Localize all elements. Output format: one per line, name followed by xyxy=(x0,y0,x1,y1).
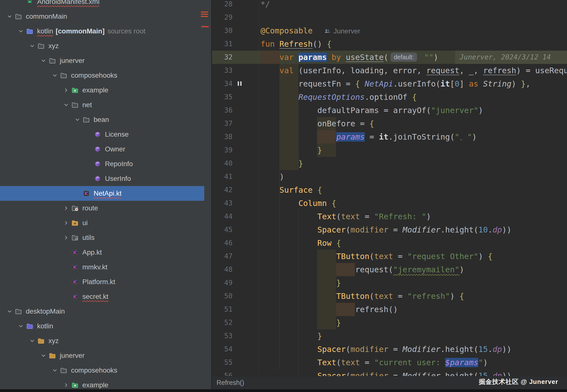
code-line-32[interactable]: 32 var params by useState(default: "")Ju… xyxy=(212,51,567,64)
breadcrumb-item[interactable]: Refresh() xyxy=(217,379,244,387)
line-number[interactable]: 46 xyxy=(212,236,233,250)
line-number[interactable]: 36 xyxy=(212,104,233,117)
line-number[interactable]: 44 xyxy=(212,210,233,223)
code-line-35[interactable]: 35 RequestOptions.optionOf { xyxy=(212,90,567,104)
tree-item-owner[interactable]: Owner xyxy=(0,142,204,157)
tree-item-app-kt[interactable]: App.kt xyxy=(0,245,204,260)
code-line-30[interactable]: 30@ComposableJunerver xyxy=(212,24,567,37)
line-number[interactable]: 47 xyxy=(212,250,233,263)
line-number[interactable]: 50 xyxy=(212,290,233,303)
tree-item-xyz[interactable]: xyz xyxy=(0,334,204,348)
tree-item-desktopmain[interactable]: desktopMain xyxy=(0,304,204,319)
chevron-right-icon[interactable] xyxy=(62,86,71,95)
chevron-down-icon[interactable] xyxy=(28,42,37,50)
line-number[interactable]: 30 xyxy=(212,24,233,37)
tree-item-ui[interactable]: ui xyxy=(0,216,204,230)
line-number[interactable]: 41 xyxy=(212,170,233,183)
tree-item-kotlin[interactable]: kotlin xyxy=(0,319,204,334)
line-number[interactable]: 35 xyxy=(212,90,233,104)
code-line-38[interactable]: 38 params = it.joinToString("、") xyxy=(212,130,567,144)
code-line-36[interactable]: 36 defaultParams = arrayOf("junerver") xyxy=(212,104,567,117)
code-line-54[interactable]: 54 Spacer(modifier = Modifier.height(15.… xyxy=(212,343,567,356)
line-number[interactable]: 37 xyxy=(212,117,233,130)
code-line-51[interactable]: 51 refresh() xyxy=(212,303,567,316)
tree-item-junerver[interactable]: junerver xyxy=(0,348,204,363)
line-number[interactable]: 45 xyxy=(212,223,233,236)
tree-item-composehooks[interactable]: composehooks xyxy=(0,68,204,83)
line-number[interactable]: 29 xyxy=(212,11,233,24)
tree-item-composehooks[interactable]: composehooks xyxy=(0,363,204,378)
line-number[interactable]: 49 xyxy=(212,276,233,290)
chevron-down-icon[interactable] xyxy=(5,12,14,21)
chevron-down-icon[interactable] xyxy=(50,366,59,375)
tree-item-license[interactable]: License xyxy=(0,127,204,142)
line-number[interactable]: 32 xyxy=(212,51,233,64)
line-number[interactable]: 34 xyxy=(212,77,233,90)
chevron-down-icon[interactable] xyxy=(50,71,59,80)
tree-item-userinfo[interactable]: UserInfo xyxy=(0,171,204,186)
code-line-40[interactable]: 40 } xyxy=(212,157,567,170)
line-number[interactable]: 54 xyxy=(212,343,233,356)
editor-panel[interactable]: 28*/2930@ComposableJunerver31fun Refresh… xyxy=(212,0,567,392)
chevron-down-icon[interactable] xyxy=(73,115,82,124)
chevron-down-icon[interactable] xyxy=(16,27,25,36)
tree-item-commonmain[interactable]: commonMain xyxy=(0,9,204,24)
line-number[interactable]: 42 xyxy=(212,183,233,197)
chevron-down-icon[interactable] xyxy=(5,307,14,316)
tree-item-platform-kt[interactable]: Platform.kt xyxy=(0,275,204,289)
code-line-29[interactable]: 29 xyxy=(212,11,567,24)
tree-options-icon[interactable] xyxy=(201,10,208,18)
tree-item-utils[interactable]: utils xyxy=(0,230,204,245)
editor-code-area[interactable]: 28*/2930@ComposableJunerver31fun Refresh… xyxy=(212,0,567,382)
line-number[interactable]: 39 xyxy=(212,144,233,157)
code-line-46[interactable]: 46 Row { xyxy=(212,236,567,250)
chevron-right-icon[interactable] xyxy=(62,204,71,213)
tree-item-netapi-kt[interactable]: NetApi.kt xyxy=(0,186,204,201)
code-line-53[interactable]: 53 } xyxy=(212,329,567,343)
tree-item-route[interactable]: route xyxy=(0,201,204,216)
line-number[interactable]: 52 xyxy=(212,316,233,329)
line-number[interactable]: 40 xyxy=(212,157,233,170)
code-line-52[interactable]: 52 } xyxy=(212,316,567,329)
line-number[interactable]: 55 xyxy=(212,356,233,369)
tree-item-bean[interactable]: bean xyxy=(0,112,204,127)
line-number[interactable]: 33 xyxy=(212,64,233,77)
code-line-45[interactable]: 45 Spacer(modifier = Modifier.height(10.… xyxy=(212,223,567,236)
tree-item-mmkv-kt[interactable]: mmkv.kt xyxy=(0,260,204,275)
code-line-42[interactable]: 42 Surface { xyxy=(212,183,567,197)
line-number[interactable]: 51 xyxy=(212,303,233,316)
chevron-down-icon[interactable] xyxy=(62,101,71,109)
line-number[interactable]: 38 xyxy=(212,130,233,144)
tree-item-example[interactable]: example xyxy=(0,83,204,98)
chevron-down-icon[interactable] xyxy=(16,322,25,331)
error-stripe-mark[interactable] xyxy=(201,26,209,27)
pause-icon[interactable] xyxy=(233,77,259,90)
code-line-39[interactable]: 39 } xyxy=(212,144,567,157)
tree-item-xyz[interactable]: xyz xyxy=(0,39,204,53)
line-number[interactable]: 31 xyxy=(212,37,233,51)
code-line-50[interactable]: 50 TButton(text = "refresh") { xyxy=(212,290,567,303)
code-line-49[interactable]: 49 } xyxy=(212,276,567,290)
code-line-31[interactable]: 31fun Refresh() { xyxy=(212,37,567,51)
chevron-right-icon[interactable] xyxy=(62,233,71,242)
code-line-28[interactable]: 28*/ xyxy=(212,0,567,11)
tree-item-secret-kt[interactable]: secret.kt xyxy=(0,289,204,304)
code-line-33[interactable]: 33 val (userInfo, loading, error, reques… xyxy=(212,64,567,77)
chevron-right-icon[interactable] xyxy=(62,381,71,390)
line-number[interactable]: 43 xyxy=(212,197,233,210)
code-line-43[interactable]: 43 Column { xyxy=(212,197,567,210)
tree-item-net[interactable]: net xyxy=(0,98,204,112)
code-line-44[interactable]: 44 Text(text = "Refresh: ") xyxy=(212,210,567,223)
chevron-down-icon[interactable] xyxy=(28,336,37,345)
code-line-48[interactable]: 48 request("jeremymailen") xyxy=(212,263,567,276)
code-line-41[interactable]: 41 ) xyxy=(212,170,567,183)
code-line-34[interactable]: 34 requestFn = { NetApi.userInfo(it[0] a… xyxy=(212,77,567,90)
line-number[interactable]: 28 xyxy=(212,0,233,11)
line-number[interactable]: 48 xyxy=(212,263,233,276)
line-number[interactable]: 53 xyxy=(212,329,233,343)
chevron-down-icon[interactable] xyxy=(39,351,48,360)
code-line-55[interactable]: 55 Text(text = "current user: $params") xyxy=(212,356,567,369)
chevron-down-icon[interactable] xyxy=(39,56,48,65)
tree-item-repoinfo[interactable]: RepoInfo xyxy=(0,157,204,171)
chevron-right-icon[interactable] xyxy=(62,218,71,227)
